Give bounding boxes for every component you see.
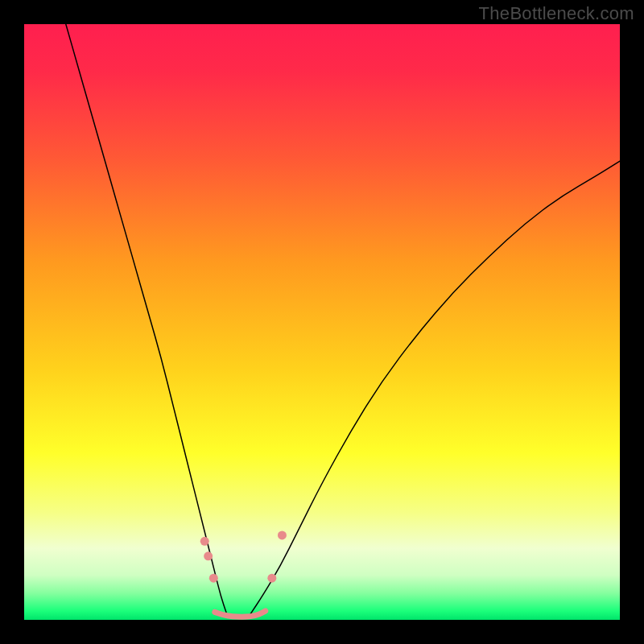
left-dot-3 bbox=[209, 574, 218, 583]
plot-area bbox=[24, 24, 620, 620]
chart-svg bbox=[24, 24, 620, 620]
gradient-background bbox=[24, 24, 620, 620]
right-dot-1 bbox=[267, 574, 276, 583]
left-dot-2 bbox=[204, 551, 213, 560]
watermark-text: TheBottleneck.com bbox=[479, 3, 634, 24]
left-dot-1 bbox=[200, 537, 209, 546]
chart-frame: TheBottleneck.com bbox=[0, 0, 644, 644]
right-dot-2 bbox=[278, 530, 287, 539]
